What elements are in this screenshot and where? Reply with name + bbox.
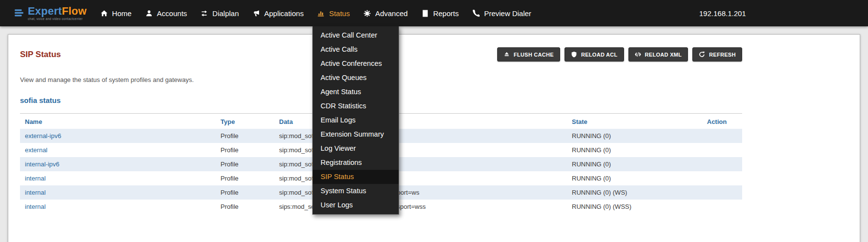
column-header-action: Action (702, 114, 742, 129)
column-header-type: Type (216, 114, 274, 129)
type-cell: Profile (216, 200, 274, 214)
action-cell (702, 200, 742, 214)
logo-text-primary: Expert (28, 5, 62, 17)
profile-name-link[interactable]: internal (25, 175, 46, 182)
nav-item-dialplan[interactable]: Dialplan (194, 0, 245, 26)
nav-item-preview-dialer[interactable]: Preview Dialer (465, 0, 538, 26)
status-dropdown-menu: Active Call Center Active Calls Active C… (312, 26, 399, 215)
menu-item-registrations[interactable]: Registrations (313, 156, 399, 170)
nav-item-label: Applications (264, 9, 304, 18)
nav-item-reports[interactable]: Reports (415, 0, 466, 26)
nav-item-advanced[interactable]: Advanced (357, 0, 415, 26)
content-card: SIP Status FLUSH CACHE RELOAD ACL RELOAD… (8, 34, 860, 242)
nav-item-label: Status (329, 9, 350, 18)
flush-cache-button[interactable]: FLUSH CACHE (497, 47, 560, 61)
button-label: RELOAD ACL (581, 52, 618, 58)
gear-icon (363, 10, 371, 17)
nav-item-label: Advanced (375, 9, 408, 18)
refresh-icon (699, 51, 705, 58)
report-document-icon (422, 10, 429, 17)
logo-text-secondary: Flow (62, 5, 87, 17)
menu-item-active-queues[interactable]: Active Queues (313, 71, 399, 85)
phone-icon (472, 10, 480, 17)
menu-item-user-logs[interactable]: User Logs (313, 198, 399, 212)
page-toolbar: FLUSH CACHE RELOAD ACL RELOAD XML REFRES… (493, 47, 742, 61)
logo-tagline: chat, voice and video contactcenter (28, 18, 87, 21)
state-cell: RUNNING (0) (WSS) (567, 200, 702, 214)
type-cell: Profile (216, 157, 274, 171)
bar-chart-icon (317, 10, 324, 17)
nav-item-accounts[interactable]: Accounts (139, 0, 194, 26)
state-cell: RUNNING (0) (WS) (567, 185, 702, 200)
home-icon (101, 10, 108, 17)
type-cell: Profile (216, 129, 274, 143)
shield-icon (571, 51, 577, 58)
expertflow-logo-icon (14, 8, 24, 19)
state-cell: RUNNING (0) (567, 143, 702, 157)
profile-name-link[interactable]: internal (25, 203, 46, 210)
user-icon (145, 10, 153, 17)
menu-item-cdr-statistics[interactable]: CDR Statistics (313, 99, 399, 113)
action-cell (702, 129, 742, 143)
action-cell (702, 143, 742, 157)
menu-item-log-viewer[interactable]: Log Viewer (313, 141, 399, 156)
state-cell: RUNNING (0) (567, 129, 702, 143)
nav-item-status[interactable]: Status (310, 0, 357, 26)
menu-item-sip-status[interactable]: SIP Status (313, 170, 399, 184)
nav-item-label: Preview Dialer (484, 9, 531, 18)
profile-name-link[interactable]: external-ipv6 (25, 132, 61, 140)
reload-acl-button[interactable]: RELOAD ACL (565, 47, 624, 61)
button-label: REFRESH (709, 52, 736, 58)
nav-item-applications[interactable]: Applications (246, 0, 311, 26)
profile-name-link[interactable]: external (25, 146, 47, 154)
column-header-name: Name (20, 114, 216, 129)
nav-item-label: Reports (433, 9, 459, 18)
menu-item-agent-status[interactable]: Agent Status (313, 85, 399, 99)
type-cell: Profile (216, 185, 274, 200)
server-ip-address: 192.168.1.201 (699, 9, 746, 18)
profile-name-link[interactable]: internal (25, 189, 46, 196)
nav-item-home[interactable]: Home (94, 0, 139, 26)
transfer-arrows-icon (201, 10, 208, 17)
nav-item-label: Home (112, 9, 132, 18)
type-cell: Profile (216, 143, 274, 157)
state-cell: RUNNING (0) (567, 157, 702, 171)
column-header-state: State (567, 114, 702, 129)
menu-item-active-calls[interactable]: Active Calls (313, 42, 399, 57)
action-cell (702, 171, 742, 185)
menu-item-active-conferences[interactable]: Active Conferences (313, 57, 399, 71)
state-cell: RUNNING (0) (567, 171, 702, 185)
menu-item-email-logs[interactable]: Email Logs (313, 113, 399, 127)
button-label: RELOAD XML (645, 52, 682, 58)
menu-item-system-status[interactable]: System Status (313, 184, 399, 198)
profile-name-link[interactable]: internal-ipv6 (25, 161, 60, 168)
refresh-button[interactable]: REFRESH (692, 47, 742, 61)
nav-item-label: Accounts (157, 9, 187, 18)
action-cell (702, 185, 742, 200)
nav-item-label: Dialplan (212, 9, 239, 18)
code-icon (635, 51, 641, 58)
type-cell: Profile (216, 171, 274, 185)
megaphone-icon (253, 10, 260, 17)
main-menu: Home Accounts Dialplan Applications Stat… (94, 0, 538, 26)
menu-item-extension-summary[interactable]: Extension Summary (313, 127, 399, 141)
action-cell (702, 157, 742, 171)
flush-cache-icon (504, 51, 510, 58)
page-title: SIP Status (20, 50, 61, 60)
button-label: FLUSH CACHE (514, 52, 554, 58)
reload-xml-button[interactable]: RELOAD XML (628, 47, 688, 61)
expertflow-logo[interactable]: ExpertFlow chat, voice and video contact… (14, 6, 87, 21)
menu-item-active-call-center[interactable]: Active Call Center (313, 28, 399, 42)
logo-title: ExpertFlow (28, 6, 87, 17)
top-navbar: ExpertFlow chat, voice and video contact… (0, 0, 868, 26)
